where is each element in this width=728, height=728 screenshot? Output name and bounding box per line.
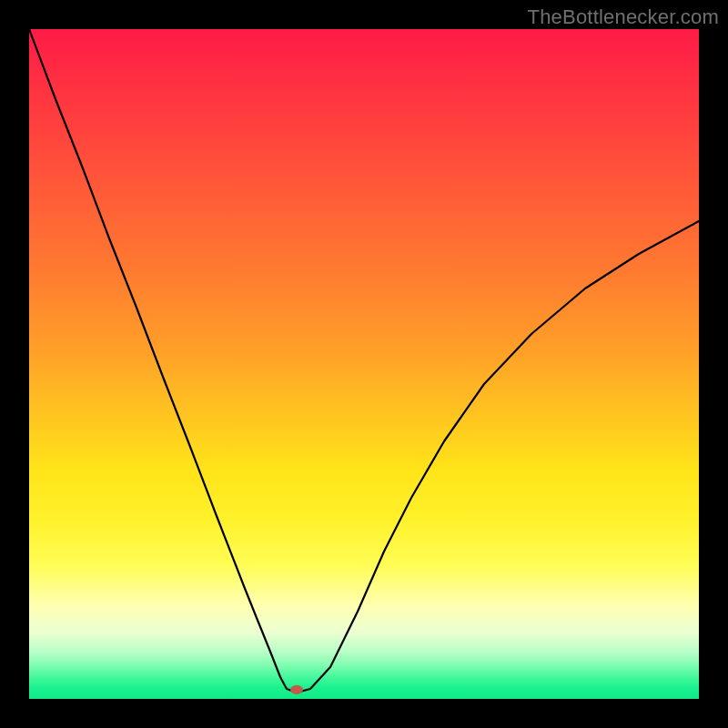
watermark-text: TheBottlenecker.com [528,5,719,29]
chart-frame: TheBottlenecker.com [0,0,728,728]
bottleneck-curve [29,29,699,693]
plot-area [29,29,699,699]
chart-svg [29,29,699,699]
min-marker [290,685,303,694]
